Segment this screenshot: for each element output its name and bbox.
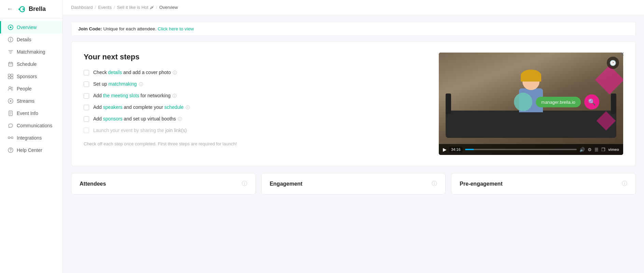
breadcrumb-sep-2: / (114, 5, 115, 10)
stat-engagement-info-icon[interactable]: ⓘ (432, 180, 437, 187)
sidebar-item-communications-label: Communications (17, 123, 52, 128)
svg-point-18 (11, 87, 13, 88)
sidebar-item-integrations-label: Integrations (17, 135, 42, 141)
svg-rect-16 (11, 77, 13, 79)
stat-card-engagement: Engagement ⓘ (261, 173, 446, 195)
join-code-description-text: Unique for each attendee. (103, 26, 156, 31)
step-matchmaking-checkbox[interactable] (84, 82, 89, 87)
next-steps-card: Your next steps Check details and add a … (71, 41, 636, 166)
step-details: Check details and add a cover photo ⓘ (84, 70, 425, 76)
sidebar-item-details-label: Details (17, 37, 31, 42)
steps-title: Your next steps (84, 53, 425, 61)
step-speakers-text: Add speakers and complete your schedule … (93, 104, 190, 111)
list-icon[interactable]: ☰ (594, 147, 599, 152)
play-button[interactable]: ▶ (443, 147, 447, 152)
step-matchmaking-link[interactable]: matchmaking (108, 81, 137, 87)
video-section: ✕ (439, 53, 623, 155)
svg-rect-15 (8, 77, 10, 79)
stat-attendees-label: Attendees (80, 181, 106, 187)
card-inner: Your next steps Check details and add a … (84, 53, 623, 155)
fullscreen-icon[interactable]: ❐ (601, 147, 605, 152)
logo-text: Brella (29, 5, 46, 13)
sidebar: ← Brella Overview Details (0, 0, 63, 273)
video-close-button[interactable]: ✕ (618, 50, 626, 58)
breadcrumb-event-name[interactable]: Sell it like is Hot 🌶 (117, 5, 154, 10)
step-meeting-slots-info-icon: ⓘ (172, 94, 177, 98)
vimeo-logo: vimeo (608, 147, 619, 152)
stat-attendees-info-icon[interactable]: ⓘ (242, 180, 247, 187)
sidebar-item-event-info[interactable]: Event Info (0, 107, 62, 119)
svg-rect-25 (8, 137, 10, 139)
step-sponsors-checkbox[interactable] (84, 116, 89, 122)
step-schedule-link[interactable]: schedule (165, 104, 184, 110)
join-code-label: Join Code: (78, 26, 102, 31)
video-container[interactable]: manager.brella.io 🔍 🕑 (439, 53, 623, 155)
step-speakers: Add speakers and complete your schedule … (84, 104, 425, 111)
video-progress-bar[interactable] (465, 149, 577, 150)
step-speakers-checkbox[interactable] (84, 105, 89, 110)
sidebar-item-people-label: People (17, 86, 32, 91)
sponsors-icon (8, 74, 13, 79)
overview-icon (8, 25, 13, 30)
sidebar-item-sponsors-label: Sponsors (17, 74, 37, 79)
search-icon: 🔍 (584, 95, 599, 110)
sidebar-item-integrations[interactable]: Integrations (0, 132, 62, 144)
sidebar-item-people[interactable]: People (0, 83, 62, 95)
join-code-link[interactable]: Click here to view (158, 26, 194, 31)
svg-marker-20 (10, 100, 12, 102)
details-icon (8, 37, 13, 42)
clock-icon: 🕑 (607, 57, 619, 69)
sidebar-item-sponsors[interactable]: Sponsors (0, 70, 62, 83)
step-sponsors-link[interactable]: sponsors (103, 116, 123, 121)
breadcrumb: Dashboard / Events / Sell it like is Hot… (63, 0, 644, 15)
steps-footnote: Check off each step once completed. Firs… (84, 141, 425, 146)
step-meeting-slots-checkbox[interactable] (84, 93, 89, 99)
sidebar-item-help-center[interactable]: Help Center (0, 144, 62, 156)
streams-icon (8, 98, 13, 104)
settings-icon[interactable]: ⚙ (588, 147, 592, 152)
video-controls-bar: ▶ 34:16 🔊 ⚙ ☰ ❐ vimeo (439, 144, 623, 155)
step-sponsors-info-icon: ⓘ (178, 117, 182, 121)
sidebar-item-streams[interactable]: Streams (0, 95, 62, 107)
sidebar-item-schedule[interactable]: Schedule (0, 58, 62, 70)
integrations-icon (8, 135, 13, 141)
breadcrumb-sep-3: / (156, 5, 157, 10)
step-launch: Launch your event by sharing the join li… (84, 128, 425, 133)
matchmaking-icon (8, 49, 13, 55)
back-button[interactable]: ← (7, 5, 13, 13)
video-time: 34:16 (449, 147, 462, 152)
breadcrumb-events[interactable]: Events (98, 5, 112, 10)
logo: Brella (17, 5, 46, 13)
people-icon (8, 86, 13, 91)
step-launch-text: Launch your event by sharing the join li… (93, 128, 187, 133)
step-matchmaking: Set up matchmaking ⓘ (84, 81, 425, 87)
stat-card-attendees: Attendees ⓘ (71, 173, 256, 195)
domain-pill: manager.brella.io (536, 97, 581, 107)
step-details-checkbox[interactable] (84, 70, 89, 75)
brella-logo-icon (17, 6, 27, 13)
stat-pre-engagement-info-icon[interactable]: ⓘ (622, 180, 627, 187)
sidebar-item-event-info-label: Event Info (17, 111, 38, 116)
sidebar-item-overview[interactable]: Overview (0, 21, 62, 33)
step-speakers-link[interactable]: speakers (103, 104, 123, 110)
volume-icon[interactable]: 🔊 (579, 147, 585, 152)
step-meeting-slots-link[interactable]: the meeting slots (103, 93, 139, 98)
sidebar-item-details[interactable]: Details (0, 33, 62, 46)
sidebar-item-overview-label: Overview (17, 25, 37, 30)
stat-pre-engagement-label: Pre-engagement (460, 181, 502, 187)
sidebar-item-communications[interactable]: Communications (0, 119, 62, 132)
step-meeting-slots: Add the meeting slots for networking ⓘ (84, 93, 425, 99)
breadcrumb-dashboard[interactable]: Dashboard (71, 5, 93, 10)
step-details-link[interactable]: details (108, 70, 122, 75)
svg-point-17 (9, 87, 11, 89)
svg-rect-14 (11, 74, 13, 76)
sidebar-item-matchmaking-label: Matchmaking (17, 49, 45, 55)
join-code-bar: Join Code: Unique for each attendee. Cli… (71, 22, 636, 36)
video-progress-fill (465, 149, 474, 150)
svg-rect-13 (8, 74, 10, 76)
stat-engagement-label: Engagement (270, 181, 303, 187)
communications-icon (8, 123, 13, 128)
help-center-icon (8, 147, 13, 153)
sidebar-item-matchmaking[interactable]: Matchmaking (0, 46, 62, 58)
svg-point-0 (18, 8, 20, 10)
